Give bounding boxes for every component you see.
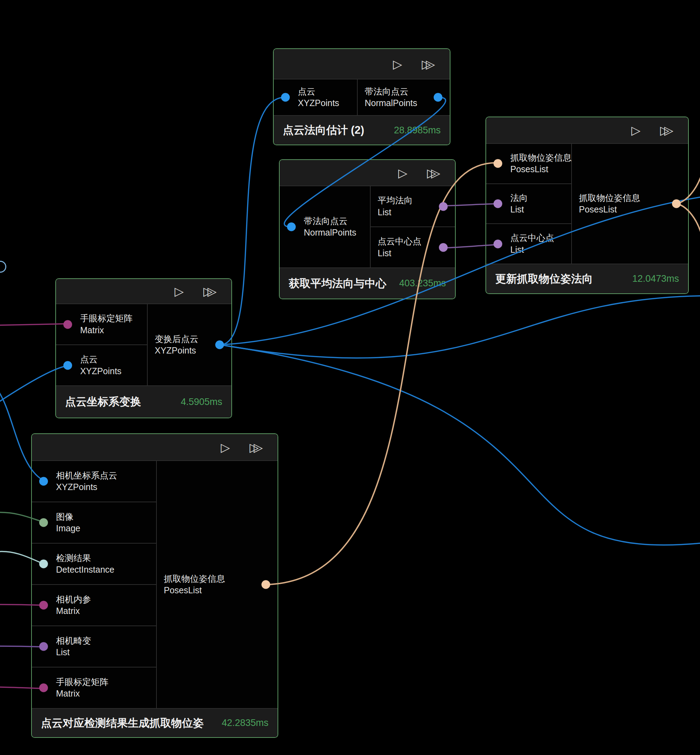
- port-label: 点云XYZPoints: [80, 353, 122, 377]
- edge-transform-to-right-lower[interactable]: [220, 345, 700, 545]
- port-label: 点云中心点List: [378, 236, 421, 259]
- in-port-dot-image[interactable]: [39, 518, 48, 527]
- in-port-dot-list[interactable]: [39, 642, 48, 651]
- port-label-type: XYZPoints: [298, 97, 339, 109]
- node-pointcloud-normal-estimation-2[interactable]: ▷▷▷点云XYZPoints带法向点云NormalPoints点云法向估计 (2…: [273, 48, 450, 145]
- run-node-button[interactable]: ▷: [175, 285, 184, 297]
- node-header[interactable]: ▷▷▷: [274, 49, 450, 80]
- in-port-dot-matrix[interactable]: [39, 684, 48, 692]
- port-label-type: PosesList: [579, 204, 640, 216]
- node-execution-time: 28.8985ms: [394, 125, 441, 136]
- port-label: 点云中心点List: [510, 232, 554, 255]
- port-label: 带法向点云NormalPoints: [365, 86, 417, 109]
- node-footer: 点云法向估计 (2)28.8985ms: [274, 115, 450, 145]
- port-label-type: DetectInstance: [56, 564, 114, 576]
- in-port-dot-xyzpoints[interactable]: [281, 93, 290, 102]
- node-header[interactable]: ▷▷▷: [280, 160, 455, 186]
- out-port-dot-normalpoints[interactable]: [434, 93, 442, 102]
- run-node-button[interactable]: ▷: [221, 441, 230, 453]
- node-title: 点云对应检测结果生成抓取物位姿: [41, 716, 204, 730]
- out-port-dot-list[interactable]: [439, 243, 448, 252]
- in-port-row: 检测结果DetectInstance: [32, 544, 156, 585]
- in-port-row: 法向List: [486, 184, 571, 224]
- in-port-dot-normalpoints[interactable]: [287, 223, 296, 231]
- in-port-row: 手眼标定矩阵Matrix: [56, 304, 147, 345]
- edge-transform-to-right-middle[interactable]: [220, 296, 700, 358]
- port-label-name: 点云中心点: [378, 236, 421, 247]
- run-from-node-button[interactable]: ▷▷: [250, 441, 263, 453]
- port-label-type: PosesList: [510, 163, 572, 175]
- port-label-name: 抓取物位姿信息: [510, 152, 572, 164]
- port-label: 抓取物位姿信息PosesList: [164, 573, 225, 596]
- port-label-type: NormalPoints: [365, 97, 417, 109]
- in-port-dot-list[interactable]: [494, 200, 502, 208]
- run-node-button[interactable]: ▷: [393, 58, 402, 70]
- port-label-name: 手眼标定矩阵: [56, 676, 108, 688]
- port-label-name: 相机畸变: [56, 635, 91, 647]
- in-port-row: 抓取物位姿信息PosesList: [486, 144, 571, 184]
- out-port-dot-list[interactable]: [439, 202, 448, 211]
- in-port-dot-matrix[interactable]: [39, 601, 48, 610]
- run-from-node-button[interactable]: ▷▷: [203, 285, 217, 297]
- node-get-average-normal-and-center[interactable]: ▷▷▷带法向点云NormalPoints平均法向List点云中心点List获取平…: [279, 159, 456, 299]
- port-label-type: NormalPoints: [304, 227, 356, 239]
- in-port-dot-xyzpoints[interactable]: [63, 361, 72, 370]
- port-label-name: 点云中心点: [510, 232, 554, 244]
- port-label-name: 点云: [298, 86, 339, 98]
- node-execution-time: 12.0473ms: [632, 274, 679, 284]
- in-port-row: 带法向点云NormalPoints: [280, 186, 370, 267]
- port-label-name: 带法向点云: [304, 215, 356, 227]
- node-update-grasp-pose-normal[interactable]: ▷▷▷抓取物位姿信息PosesList法向List点云中心点List抓取物位姿信…: [486, 117, 689, 294]
- out-port-dot-poseslist[interactable]: [261, 580, 270, 589]
- node-title: 更新抓取物位姿法向: [495, 272, 593, 286]
- output-ports-column: 抓取物位姿信息PosesList: [157, 461, 278, 708]
- port-label-name: 抓取物位姿信息: [164, 573, 225, 585]
- output-ports-column: 平均法向List点云中心点List: [371, 186, 455, 267]
- node-header[interactable]: ▷▷▷: [486, 117, 688, 144]
- port-label-name: 相机内参: [56, 594, 91, 605]
- run-from-node-button[interactable]: ▷▷: [660, 124, 673, 136]
- node-graph-canvas[interactable]: ▷▷▷点云XYZPoints带法向点云NormalPoints点云法向估计 (2…: [0, 0, 700, 755]
- input-ports-column: 带法向点云NormalPoints: [280, 186, 371, 267]
- input-ports-column: 抓取物位姿信息PosesList法向List点云中心点List: [486, 144, 572, 264]
- port-label: 抓取物位姿信息PosesList: [579, 192, 640, 216]
- out-port-dot-xyzpoints[interactable]: [215, 341, 224, 349]
- node-body: 相机坐标系点云XYZPoints图像Image检测结果DetectInstanc…: [32, 461, 278, 708]
- port-label: 点云XYZPoints: [298, 86, 339, 109]
- node-title: 获取平均法向与中心: [289, 276, 386, 291]
- node-header[interactable]: ▷▷▷: [32, 434, 278, 461]
- in-port-row: 点云XYZPoints: [274, 80, 357, 115]
- port-label-name: 手眼标定矩阵: [80, 313, 133, 325]
- port-label-name: 相机坐标系点云: [56, 470, 117, 481]
- node-body: 手眼标定矩阵Matrix点云XYZPoints变换后点云XYZPoints: [56, 304, 231, 385]
- port-label-type: Matrix: [56, 605, 91, 617]
- node-execution-time: 4.5905ms: [181, 397, 222, 407]
- in-port-dot-xyzpoints[interactable]: [39, 477, 48, 486]
- node-body: 抓取物位姿信息PosesList法向List点云中心点List抓取物位姿信息Po…: [486, 144, 688, 264]
- port-label: 手眼标定矩阵Matrix: [80, 313, 133, 336]
- in-port-row: 图像Image: [32, 502, 156, 544]
- node-pointcloud-coordinate-transform[interactable]: ▷▷▷手眼标定矩阵Matrix点云XYZPoints变换后点云XYZPoints…: [55, 278, 232, 418]
- in-port-row: 相机坐标系点云XYZPoints: [32, 461, 156, 502]
- run-node-button[interactable]: ▷: [398, 167, 408, 179]
- node-body: 带法向点云NormalPoints平均法向List点云中心点List: [280, 186, 455, 267]
- out-port-row: 变换后点云XYZPoints: [148, 304, 231, 385]
- run-from-node-button[interactable]: ▷▷: [427, 167, 440, 179]
- in-port-dot-poseslist[interactable]: [494, 159, 502, 168]
- run-node-button[interactable]: ▷: [631, 124, 641, 136]
- in-port-dot-matrix[interactable]: [63, 320, 72, 329]
- run-from-node-button[interactable]: ▷▷: [422, 58, 435, 70]
- port-label: 抓取物位姿信息PosesList: [510, 152, 572, 175]
- in-port-dot-detectinstance[interactable]: [39, 560, 48, 569]
- out-port-dot-poseslist[interactable]: [672, 200, 681, 208]
- port-label: 法向List: [510, 192, 528, 216]
- port-label-type: XYZPoints: [155, 345, 198, 357]
- node-footer: 更新抓取物位姿法向12.0473ms: [486, 264, 688, 293]
- in-port-row: 点云中心点List: [486, 224, 571, 264]
- in-port-dot-list[interactable]: [494, 239, 502, 248]
- unconnected-port-ring[interactable]: [0, 261, 6, 272]
- node-pointcloud-detection-to-grasp-pose[interactable]: ▷▷▷相机坐标系点云XYZPoints图像Image检测结果DetectInst…: [31, 433, 278, 738]
- node-header[interactable]: ▷▷▷: [56, 279, 231, 304]
- out-port-row: 抓取物位姿信息PosesList: [157, 461, 278, 708]
- output-ports-column: 变换后点云XYZPoints: [148, 304, 231, 385]
